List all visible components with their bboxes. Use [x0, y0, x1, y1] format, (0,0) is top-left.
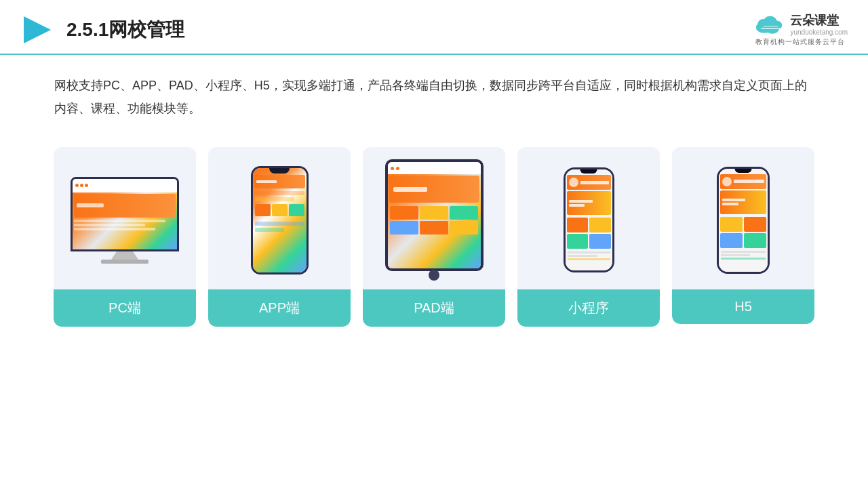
tablet-cell: [450, 221, 478, 235]
phone-screen-header: [254, 175, 305, 188]
tablet-grid: [388, 204, 481, 237]
phone-row: [255, 197, 294, 201]
phone-content-rows: [253, 188, 307, 204]
phone-screen-text: [256, 180, 277, 183]
h5-slim-row: [721, 254, 750, 256]
phone-row: [255, 222, 304, 226]
h5-banner-line: [722, 203, 738, 205]
h5-phone-slim-header: [720, 174, 766, 189]
logo-name: 云朵课堂: [790, 12, 848, 28]
nav-dot: [80, 184, 83, 187]
slim-card: [589, 234, 611, 249]
banner-line: [569, 204, 585, 207]
phone-slim-header-text: [580, 181, 609, 184]
monitor-banner: [74, 194, 176, 218]
tablet-banner: [389, 176, 479, 203]
h5-phone-slim-body: [717, 167, 770, 274]
miniprogram-phone: [564, 167, 614, 272]
tablet-cell: [450, 206, 478, 220]
phone-slim-body: [564, 167, 614, 272]
logo-tagline: 教育机构一站式服务云平台: [755, 37, 845, 47]
monitor-content: [73, 192, 177, 249]
h5-phone-slim-notch: [735, 169, 752, 173]
svg-marker-0: [24, 16, 51, 43]
tablet-nav-dot: [391, 167, 394, 170]
h5-phone-slim-banner: [720, 190, 766, 214]
tablet-cell: [390, 206, 418, 220]
phone-slim-header-avatar: [569, 178, 578, 187]
banner-line: [569, 200, 593, 203]
cloud-logo-icon: [752, 12, 786, 36]
phone-mockup: [251, 166, 309, 274]
card-h5: H5: [672, 147, 814, 324]
header: 2.5.1网校管理 云朵课堂 yunduoketang.com 教育机构一站式服…: [0, 0, 868, 55]
phone-slim-cards: [566, 216, 612, 250]
phone-mini-card: [289, 204, 304, 216]
phone-content-rows-2: [253, 219, 307, 235]
phone-slim-header: [567, 175, 611, 190]
phone-slim-notch: [580, 169, 597, 174]
tablet-cell: [420, 206, 448, 220]
card-pad-image: [363, 147, 505, 289]
h5-slim-card: [744, 217, 766, 232]
cards-container: PC端: [0, 127, 868, 340]
tablet-mockup: [385, 159, 484, 281]
card-pc-image: [54, 147, 196, 289]
monitor-stand: [111, 251, 138, 260]
slim-row: [568, 255, 597, 257]
slim-row: [568, 258, 610, 260]
phone-cards-row: [253, 204, 307, 216]
description-content: 网校支持PC、APP、PAD、小程序、H5，实现多端打通，产品各终端自由切换，数…: [54, 79, 807, 115]
card-miniprogram-image: [517, 147, 660, 289]
h5-banner-line: [722, 199, 745, 201]
monitor-screen: [73, 179, 177, 249]
page-title: 2.5.1网校管理: [66, 17, 184, 43]
phone-mini-card: [255, 204, 271, 216]
card-miniprogram-label: 小程序: [517, 289, 660, 327]
card-pc-label: PC端: [54, 289, 196, 327]
card-h5-label: H5: [672, 289, 814, 324]
slim-row: [568, 251, 610, 253]
phone-row: [255, 191, 304, 195]
tablet-nav: [388, 162, 481, 174]
phone-notch: [269, 168, 290, 174]
tablet-screen: [388, 162, 481, 268]
tablet-nav-dot: [396, 167, 399, 170]
card-app-image: [208, 147, 351, 289]
h5-phone-slim-screen: [719, 169, 768, 272]
slim-card: [589, 218, 611, 232]
card-pad: PAD端: [363, 147, 505, 327]
monitor-banner-text: [77, 203, 104, 207]
phone-slim-rows: [566, 250, 612, 262]
header-left: 2.5.1网校管理: [20, 13, 184, 47]
tablet-cell: [390, 221, 418, 235]
phone-body: [251, 166, 309, 274]
monitor-base: [101, 260, 149, 264]
logo-cloud: 云朵课堂 yunduoketang.com: [752, 12, 848, 36]
phone-slim-banner: [567, 191, 611, 215]
h5-slim-row: [721, 251, 766, 253]
pc-mockup: [71, 177, 179, 264]
monitor-row: [74, 224, 145, 226]
h5-phone-slim-cards: [719, 216, 768, 249]
card-app-label: APP端: [208, 289, 351, 327]
h5-header-avatar: [722, 177, 732, 186]
nav-dot: [75, 184, 79, 187]
monitor-rows: [74, 218, 176, 232]
description-text: 网校支持PC、APP、PAD、小程序、H5，实现多端打通，产品各终端自由切换，数…: [0, 55, 868, 127]
h5-slim-card: [720, 217, 743, 232]
tablet-banner-text: [393, 187, 427, 192]
card-miniprogram: 小程序: [517, 147, 660, 327]
monitor-nav: [73, 179, 177, 192]
h5-phone: [717, 167, 770, 274]
card-h5-image: [672, 147, 814, 289]
monitor-row: [74, 228, 155, 230]
phone-mini-card: [272, 204, 288, 216]
monitor-row: [74, 220, 165, 222]
h5-slim-card: [720, 233, 743, 248]
phone-screen: [253, 168, 307, 272]
h5-header-text: [734, 180, 764, 183]
h5-slim-row: [721, 258, 766, 260]
card-pc: PC端: [54, 147, 196, 327]
card-pad-label: PAD端: [363, 289, 505, 327]
